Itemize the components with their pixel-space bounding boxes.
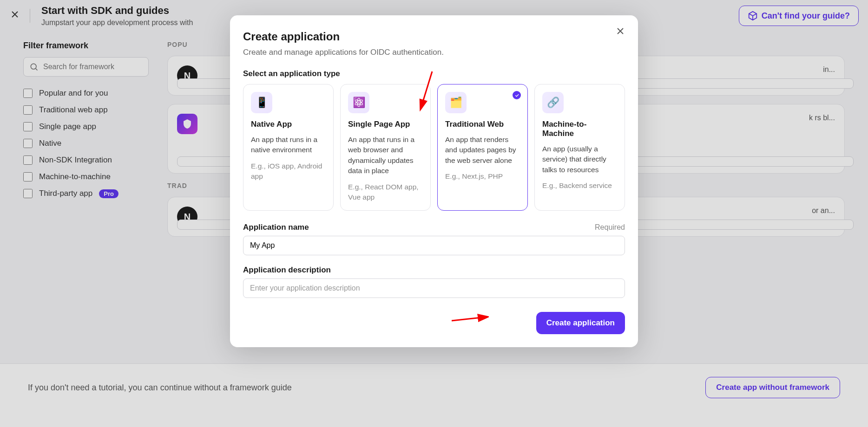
app-name-row: Application name Required	[243, 223, 625, 232]
select-type-label: Select an application type	[243, 69, 625, 78]
type-card-native[interactable]: 📱 Native App An app that runs in a nativ…	[243, 84, 334, 211]
create-application-button[interactable]: Create application	[536, 312, 625, 334]
modal-footer: Create application	[243, 312, 625, 334]
required-label: Required	[595, 223, 625, 232]
type-title: Single Page App	[348, 120, 423, 129]
type-grid: 📱 Native App An app that runs in a nativ…	[243, 84, 625, 211]
native-icon: 📱	[251, 92, 272, 113]
type-example: E.g., React DOM app, Vue app	[348, 182, 423, 203]
type-card-m2m[interactable]: 🔗 Machine-to-Machine An app (usually a s…	[534, 84, 625, 211]
type-card-spa[interactable]: ⚛️ Single Page App An app that runs in a…	[340, 84, 431, 211]
check-icon	[513, 91, 521, 99]
type-desc: An app that renders and updates pages by…	[445, 135, 520, 166]
type-desc: An app (usually a service) that directly…	[542, 144, 617, 175]
spa-icon: ⚛️	[348, 92, 369, 113]
type-example: E.g., iOS app, Android app	[251, 161, 326, 182]
type-title: Native App	[251, 120, 326, 129]
type-title: Machine-to-Machine	[542, 120, 617, 138]
modal-title: Create application	[243, 30, 625, 43]
web-icon: 🗂️	[445, 92, 467, 113]
type-desc: An app that runs in a web browser and dy…	[348, 135, 423, 176]
type-desc: An app that runs in a native environment	[251, 135, 326, 155]
modal-subtitle: Create and manage applications for OIDC …	[243, 48, 625, 57]
type-title: Traditional Web	[445, 120, 520, 129]
type-example: E.g., Next.js, PHP	[445, 171, 520, 181]
app-desc-input[interactable]	[243, 278, 625, 298]
type-card-traditional-web[interactable]: 🗂️ Traditional Web An app that renders a…	[437, 84, 528, 211]
app-name-input[interactable]	[243, 236, 625, 255]
app-name-label: Application name	[243, 223, 309, 232]
close-icon[interactable]	[615, 26, 628, 39]
app-desc-label: Application description	[243, 265, 331, 275]
app-desc-row: Application description	[243, 265, 625, 275]
type-example: E.g., Backend service	[542, 181, 617, 191]
create-application-modal: Create application Create and manage app…	[230, 15, 638, 347]
m2m-icon: 🔗	[542, 92, 564, 113]
